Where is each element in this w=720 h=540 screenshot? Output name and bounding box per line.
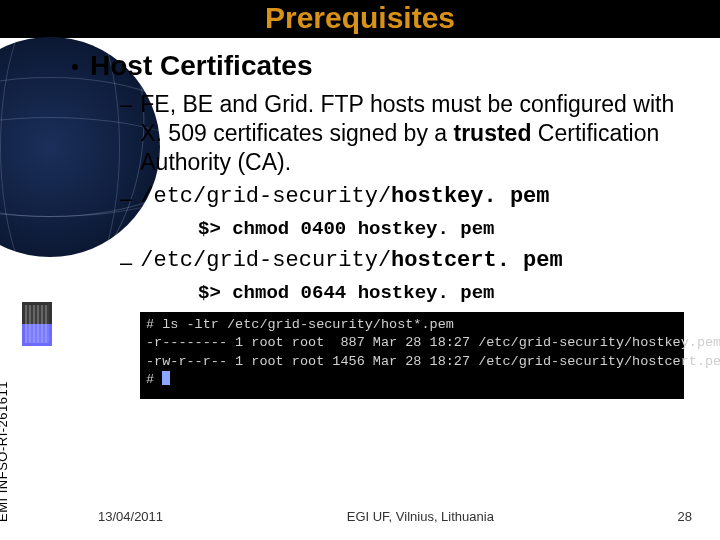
cmd-chmod-hostkey: $> chmod 0400 hostkey. pem bbox=[198, 218, 700, 240]
hostcert-file: hostcert. pem bbox=[391, 248, 563, 273]
footer-date: 13/04/2011 bbox=[98, 509, 163, 524]
terminal-cursor bbox=[162, 371, 170, 385]
hostkey-path: /etc/grid-security/hostkey. pem bbox=[140, 184, 549, 209]
dash-icon: – bbox=[120, 186, 132, 212]
footer-venue: EGI UF, Vilnius, Lithuania bbox=[347, 509, 494, 524]
slide: Prerequisites Host Certificates – FE, BE… bbox=[0, 0, 720, 540]
emi-logo bbox=[22, 302, 52, 346]
desc-bold: trusted bbox=[453, 120, 531, 146]
hostcert-dir: /etc/grid-security/ bbox=[140, 248, 391, 273]
sub-item-hostcert: – /etc/grid-security/hostcert. pem bbox=[120, 248, 700, 276]
terminal-line-1: # ls -ltr /etc/grid-security/host*.pem bbox=[146, 317, 454, 332]
dash-icon: – bbox=[120, 250, 132, 276]
sidebar-project-code: EMI INFSO-RI-261611 bbox=[0, 381, 10, 522]
cmd-chmod-hostcert: $> chmod 0644 hostkey. pem bbox=[198, 282, 700, 304]
bullet-dot bbox=[72, 64, 78, 70]
sub-text-description: FE, BE and Grid. FTP hosts must be confi… bbox=[140, 90, 700, 176]
terminal-prompt: # bbox=[146, 372, 162, 387]
sub-list: – FE, BE and Grid. FTP hosts must be con… bbox=[120, 90, 700, 399]
sub-item-hostkey: – /etc/grid-security/hostkey. pem bbox=[120, 184, 700, 212]
terminal-output: # ls -ltr /etc/grid-security/host*.pem -… bbox=[140, 312, 684, 399]
slide-title: Prerequisites bbox=[0, 0, 720, 36]
footer: 13/04/2011 EGI UF, Vilnius, Lithuania 28 bbox=[0, 509, 720, 524]
hostkey-file: hostkey. pem bbox=[391, 184, 549, 209]
content-area: Host Certificates – FE, BE and Grid. FTP… bbox=[72, 50, 700, 399]
footer-page-number: 28 bbox=[678, 509, 692, 524]
terminal-line-2: -r-------- 1 root root 887 Mar 28 18:27 … bbox=[146, 335, 720, 350]
sub-item-description: – FE, BE and Grid. FTP hosts must be con… bbox=[120, 90, 700, 176]
terminal-line-3: -rw-r--r-- 1 root root 1456 Mar 28 18:27… bbox=[146, 354, 720, 369]
bullet-text: Host Certificates bbox=[90, 50, 313, 82]
hostkey-dir: /etc/grid-security/ bbox=[140, 184, 391, 209]
bullet-host-certificates: Host Certificates bbox=[72, 50, 700, 82]
hostcert-path: /etc/grid-security/hostcert. pem bbox=[140, 248, 562, 273]
dash-icon: – bbox=[120, 92, 132, 118]
